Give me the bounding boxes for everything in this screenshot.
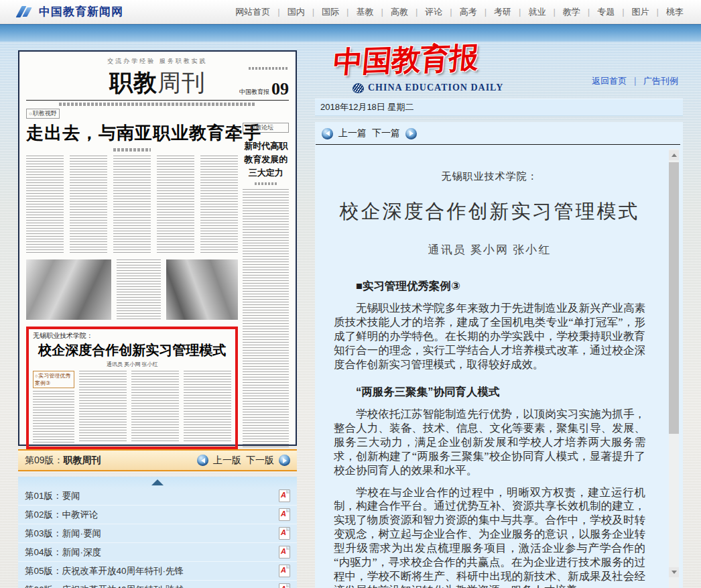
newsprint-column — [79, 371, 127, 443]
nav-item-international[interactable]: 国际 — [305, 6, 339, 18]
nav-item-domestic[interactable]: 国内 — [270, 6, 304, 18]
edition-row-01[interactable]: 第01版：要闻 — [18, 487, 297, 506]
paper-photo-row — [26, 259, 238, 320]
prev-article-icon[interactable] — [322, 128, 333, 139]
edition-label[interactable]: 第05版：庆祝改革开放40周年特刊·先锋 — [25, 565, 184, 577]
nav-item-kaoyan[interactable]: 考研 — [477, 6, 511, 18]
edition-label[interactable]: 第03版：新闻·要闻 — [25, 528, 101, 540]
article-paragraph: 学校依托江苏智能制造先行优势，以顶岗实习实施为抓手，整合人力、装备、技术、信息、… — [334, 408, 645, 478]
paper-dateline-texture — [249, 67, 288, 70]
paper-info-line — [26, 100, 289, 106]
article-pretitle: 无锡职业技术学院： — [334, 170, 645, 183]
next-edition-icon[interactable] — [279, 455, 290, 466]
masthead-links: 返回首页 广告刊例 — [592, 75, 678, 87]
edition-label[interactable]: 第01版：要闻 — [25, 490, 80, 502]
newsprint-column — [70, 156, 107, 253]
site-logo-icon — [17, 5, 34, 19]
pdf-icon[interactable] — [279, 565, 290, 577]
site-logo[interactable]: 中国教育新闻网 — [17, 4, 123, 19]
paper-body: 走出去，与南亚职业教育牵手 无锡职业技术学院： 校企深度合作创新实习管理模式 通… — [26, 120, 289, 449]
nav-item-jobs[interactable]: 就业 — [511, 6, 546, 18]
back-home-link[interactable]: 返回首页 — [592, 75, 627, 87]
paper-title-light: 周刊 — [157, 69, 206, 95]
nav-item-home[interactable]: 网站首页 — [235, 6, 270, 18]
redbox-byline: 通讯员 奚小网 张小红 — [33, 361, 231, 368]
article-byline: 通讯员 奚小网 张小红 — [334, 242, 645, 257]
nav-item-pictures[interactable]: 图片 — [615, 6, 649, 18]
edition-row-05[interactable]: 第05版：庆祝改革开放40周年特刊·先锋 — [18, 562, 297, 581]
edition-row-03[interactable]: 第03版：新闻·要闻 — [18, 524, 297, 543]
current-edition-prefix: 第09版： — [25, 455, 64, 467]
newsprint-column — [243, 189, 289, 449]
photo-caption-texture — [117, 259, 161, 320]
paper-headline: 走出去，与南亚职业教育牵手 — [26, 121, 238, 145]
paper-page-no: 09 — [271, 82, 289, 97]
paper-text-columns — [26, 156, 238, 253]
newspaper-page-image[interactable]: 交流办学经验 服务职教实践 职教周刊 中国教育报 09 职教视野 走出去，与南亚… — [18, 50, 297, 446]
blue-band-divider — [0, 24, 701, 42]
scrollbar-thumb[interactable] — [669, 162, 679, 434]
pdf-icon[interactable] — [279, 508, 290, 521]
article-nav: 上一篇 下一篇 — [315, 122, 683, 144]
paper-slogan: 交流办学经验 服务职教实践 — [26, 57, 289, 66]
edition-row-02[interactable]: 第02版：中教评论 — [18, 506, 297, 524]
date-bar: 2018年12月18日 星期二 — [315, 99, 683, 116]
paper-brand-small: 中国教育报 — [239, 88, 269, 97]
edition-row-04[interactable]: 第04版：新闻·深度 — [18, 543, 297, 562]
scrollbar-up-icon[interactable] — [669, 150, 679, 160]
collapse-arrow-icon[interactable] — [151, 479, 164, 485]
current-edition-name: 职教周刊 — [64, 455, 101, 467]
paper-section-label: 职教视野 — [26, 109, 60, 119]
pdf-icon[interactable] — [279, 489, 290, 502]
nav-item-taoli[interactable]: 桃李 — [649, 6, 684, 18]
nav-item-comment[interactable]: 评论 — [408, 6, 442, 18]
next-article-link[interactable]: 下一篇 — [372, 127, 400, 139]
ad-rates-link[interactable]: 广告刊例 — [627, 75, 678, 87]
edition-label[interactable]: 第02版：中教评论 — [25, 509, 99, 521]
article-case-tag: ■实习管理优秀案例③ — [334, 279, 645, 294]
paper-title-strong: 职教 — [109, 69, 157, 95]
newsprint-column — [157, 156, 194, 253]
newsprint-column — [184, 371, 231, 443]
newsprint-column — [131, 371, 179, 443]
article-scrollbar[interactable] — [669, 149, 679, 588]
daily-logo-en: CHINA EDUCATION DAILY — [368, 82, 503, 93]
edition-label[interactable]: 第04版：新闻·深度 — [25, 546, 101, 558]
next-article-icon[interactable] — [405, 128, 417, 139]
prev-edition-link[interactable]: 上一版 — [213, 455, 241, 467]
newsprint-column — [113, 156, 151, 253]
scrollbar-down-icon[interactable] — [669, 567, 679, 577]
pdf-icon[interactable] — [279, 546, 290, 558]
edition-label[interactable]: 第06版：庆祝改革开放40周年特刊·跨越 — [25, 584, 184, 588]
paper-byline-texture — [113, 148, 151, 152]
edition-row-06[interactable]: 第06版：庆祝改革开放40周年特刊·跨越 — [18, 581, 297, 588]
article-paragraph: 无锡职业技术学院多年来致力于先进制造业及新兴产业高素质技术技能人才的培养，建成了… — [334, 302, 645, 372]
nav-item-basic-edu[interactable]: 基教 — [339, 6, 373, 18]
prev-article-link[interactable]: 上一篇 — [338, 127, 367, 139]
paper-page-number: 中国教育报 09 — [239, 82, 289, 97]
article-paragraph: 学校在与企业合作的过程中，明晰双方权责，建立运行机制，构建合作平台。通过优势互补… — [334, 486, 645, 588]
site-name: 中国教育新闻网 — [39, 4, 123, 19]
article-heading: “两服务三聚集”协同育人模式 — [334, 385, 645, 400]
edition-list-panel: 第01版：要闻 第02版：中教评论 第03版：新闻·要闻 第04版：新闻·深度 … — [18, 477, 297, 588]
next-edition-link[interactable]: 下一版 — [246, 455, 274, 467]
article-title: 校企深度合作创新实习管理模式 — [334, 198, 645, 225]
pdf-icon[interactable] — [279, 583, 290, 588]
highlighted-article-box[interactable]: 无锡职业技术学院： 校企深度合作创新实习管理模式 通讯员 奚小网 张小红 实习管… — [26, 327, 238, 449]
pdf-icon[interactable] — [279, 527, 290, 540]
newspaper-photo-2 — [166, 259, 238, 320]
nav-item-gaokao[interactable]: 高考 — [442, 6, 476, 18]
top-nav: 网站首页 国内 国际 基教 高教 评论 高考 考研 就业 教学 专题 图片 桃李 — [235, 6, 684, 18]
nav-item-special[interactable]: 专题 — [580, 6, 615, 18]
newsprint-column — [26, 156, 64, 253]
nav-item-higher-edu[interactable]: 高教 — [373, 6, 407, 18]
prev-edition-icon[interactable] — [197, 455, 208, 466]
redbox-tag-column: 实习管理优秀案例③ — [33, 371, 74, 443]
daily-logo-cn: 中国教育报 — [332, 38, 480, 82]
leaf-logo-icon — [353, 83, 364, 93]
paper-main-columns: 走出去，与南亚职业教育牵手 无锡职业技术学院： 校企深度合作创新实习管理模式 通… — [26, 120, 238, 449]
redbox-case-tag: 实习管理优秀案例③ — [33, 371, 74, 388]
paper-masthead: 职教周刊 中国教育报 09 — [26, 66, 289, 98]
nav-item-teaching[interactable]: 教学 — [546, 6, 580, 18]
paper-sidebar-label: 职教论坛 — [243, 123, 289, 133]
